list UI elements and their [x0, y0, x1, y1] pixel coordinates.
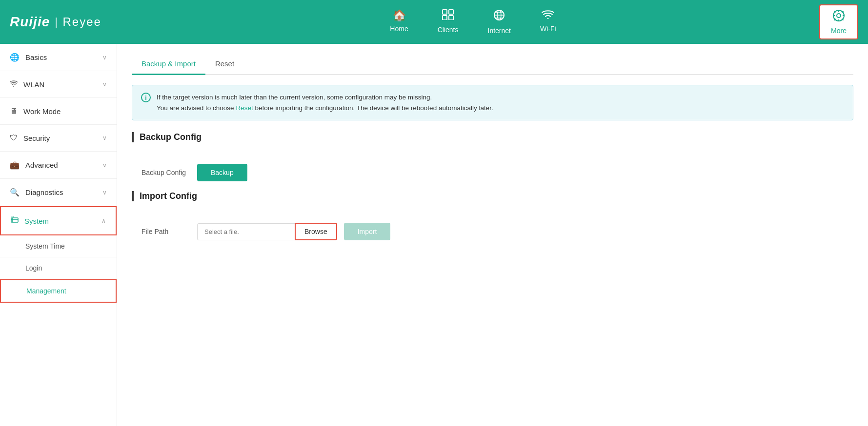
- main-container: 🌐 Basics ∨ WLAN ∨: [0, 44, 868, 426]
- info-text: If the target version is much later than…: [157, 92, 493, 113]
- info-text-3: before importing the configuration. The …: [253, 104, 493, 112]
- chevron-up-icon: ∧: [101, 217, 106, 224]
- sidebar-item-workmode[interactable]: 🖥 Work Mode: [0, 98, 117, 125]
- nav-clients-label: Clients: [438, 26, 459, 34]
- chevron-down-icon: ∨: [102, 54, 107, 61]
- more-icon: [832, 9, 845, 25]
- info-reset-link[interactable]: Reset: [236, 104, 253, 112]
- sidebar-subitem-system-time[interactable]: System Time: [0, 235, 117, 257]
- chevron-down-icon: ∨: [102, 81, 107, 88]
- advanced-icon: 💼: [10, 160, 20, 170]
- sidebar-diagnostics-label: Diagnostics: [25, 188, 63, 196]
- svg-point-11: [837, 14, 841, 18]
- tab-backup-import[interactable]: Backup & Import: [132, 54, 205, 75]
- sidebar-item-system[interactable]: System ∧: [0, 206, 117, 235]
- home-icon: 🏠: [393, 9, 406, 22]
- nav-clients[interactable]: Clients: [438, 9, 459, 35]
- svg-rect-1: [449, 10, 453, 14]
- chevron-down-icon: ∨: [102, 162, 107, 169]
- nav-internet-label: Internet: [488, 27, 511, 35]
- info-icon: i: [141, 93, 151, 107]
- info-text-1: If the target version is much later than…: [157, 94, 432, 101]
- chevron-down-icon: ∨: [102, 135, 107, 141]
- content-area: Backup & Import Reset i If the target ve…: [117, 44, 868, 426]
- svg-point-20: [13, 86, 14, 87]
- system-icon: [11, 216, 19, 226]
- sidebar-item-security[interactable]: 🛡 Security ∨: [0, 125, 117, 152]
- clients-icon: [442, 9, 454, 23]
- backup-config-label: Backup Config: [141, 169, 190, 176]
- backup-config-section: Backup Config: [132, 132, 853, 142]
- nav-internet[interactable]: Internet: [488, 9, 511, 35]
- sidebar-item-diagnostics[interactable]: 🔍 Diagnostics ∨: [0, 179, 117, 206]
- sidebar: 🌐 Basics ∨ WLAN ∨: [0, 44, 117, 426]
- sidebar-item-wlan[interactable]: WLAN ∨: [0, 71, 117, 98]
- sidebar-advanced-label: Advanced: [25, 161, 58, 169]
- nav-home-label: Home: [390, 25, 408, 33]
- header: Ruijie | Reyee 🏠 Home Clients: [0, 0, 868, 44]
- browse-button[interactable]: Browse: [295, 223, 337, 240]
- file-path-label: File Path: [141, 228, 190, 235]
- import-button[interactable]: Import: [344, 223, 391, 240]
- file-path-input[interactable]: [197, 223, 295, 240]
- logo-secondary: Reyee: [62, 15, 101, 29]
- workmode-icon: 🖥: [10, 107, 18, 116]
- svg-rect-21: [11, 218, 18, 222]
- nav-more[interactable]: More: [819, 4, 858, 39]
- svg-rect-2: [443, 16, 447, 20]
- nav-more-label: More: [831, 27, 847, 35]
- backup-section-title: Backup Config: [140, 132, 202, 142]
- backup-form-row: Backup Config Backup: [132, 154, 853, 191]
- nav-wifi[interactable]: Wi-Fi: [540, 9, 556, 35]
- svg-rect-3: [449, 16, 453, 20]
- nav-home[interactable]: 🏠 Home: [390, 9, 408, 35]
- file-input-wrapper: Browse: [197, 223, 337, 240]
- sidebar-subitem-login[interactable]: Login: [0, 257, 117, 279]
- sidebar-basics-label: Basics: [25, 53, 47, 61]
- sidebar-security-label: Security: [23, 134, 50, 142]
- info-text-2: You are advised to choose: [157, 104, 236, 112]
- logo-divider: |: [55, 15, 58, 29]
- diagnostics-icon: 🔍: [10, 188, 20, 197]
- svg-rect-0: [443, 10, 447, 14]
- import-form-row: File Path Browse Import: [132, 213, 853, 250]
- nav-items: 🏠 Home Clients: [127, 9, 819, 35]
- system-time-label: System Time: [25, 242, 65, 250]
- sidebar-workmode-label: Work Mode: [23, 107, 61, 116]
- tabs: Backup & Import Reset: [132, 54, 853, 75]
- content-inner: Backup & Import Reset i If the target ve…: [117, 44, 868, 260]
- sidebar-wlan-label: WLAN: [23, 80, 44, 89]
- basics-icon: 🌐: [10, 53, 20, 62]
- import-section-title: Import Config: [140, 191, 197, 201]
- logo-main: Ruijie: [10, 14, 50, 30]
- login-label: Login: [25, 264, 42, 272]
- backup-button[interactable]: Backup: [197, 164, 247, 181]
- management-label: Management: [26, 287, 66, 295]
- sidebar-subitem-management[interactable]: Management: [0, 279, 117, 303]
- sidebar-item-basics[interactable]: 🌐 Basics ∨: [0, 44, 117, 71]
- internet-icon: [493, 9, 505, 24]
- svg-point-25: [13, 216, 14, 217]
- tab-reset[interactable]: Reset: [205, 54, 244, 75]
- svg-point-24: [12, 216, 13, 217]
- svg-point-9: [547, 18, 549, 19]
- sidebar-item-advanced[interactable]: 💼 Advanced ∨: [0, 152, 117, 179]
- wifi-icon: [542, 9, 554, 22]
- chevron-down-icon: ∨: [102, 189, 107, 196]
- import-config-section: Import Config: [132, 191, 853, 201]
- svg-text:i: i: [145, 94, 147, 101]
- logo-area: Ruijie | Reyee: [10, 14, 127, 30]
- nav-wifi-label: Wi-Fi: [540, 25, 556, 33]
- sidebar-system-label: System: [24, 217, 49, 225]
- security-icon: 🛡: [10, 134, 18, 142]
- wlan-icon: [10, 80, 18, 89]
- info-banner: i If the target version is much later th…: [132, 85, 853, 120]
